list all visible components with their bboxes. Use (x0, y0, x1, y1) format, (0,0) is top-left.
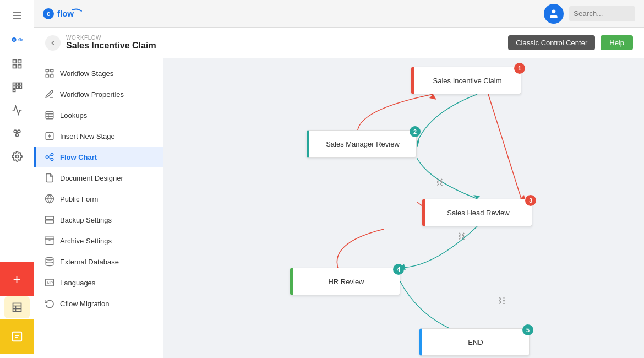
svg-rect-6 (13, 60, 16, 63)
insert-icon (45, 131, 54, 141)
svg-point-61 (46, 258, 53, 261)
search-input[interactable] (569, 6, 635, 21)
db-icon (45, 257, 54, 267)
node-sales-head-review-badge: 3 (525, 195, 536, 206)
sidebar-item-flow-chart[interactable]: Flow Chart (34, 147, 163, 167)
sidebar-item-archive-settings[interactable]: Archive Settings (34, 230, 163, 251)
svg-point-34 (552, 9, 556, 13)
sidebar-item-flow-chart-label: Flow Chart (60, 153, 97, 161)
node-sales-head-review-label: Sales Head Review (447, 209, 509, 217)
hamburger-button[interactable] (4, 4, 30, 26)
svg-rect-37 (46, 75, 48, 77)
add-button[interactable]: + (0, 262, 34, 296)
sidebar-item-workflow-stages-label: Workflow Stages (60, 69, 113, 78)
svg-line-51 (48, 155, 51, 157)
node-sales-manager-review-label: Sales Manager Review (326, 140, 400, 148)
sidebar-item-external-database-label: External Database (60, 258, 119, 266)
node-end-label: END (468, 338, 483, 346)
stages-icon (45, 68, 54, 78)
svg-rect-28 (12, 332, 21, 341)
lang-icon: AIR (45, 278, 54, 288)
workflow-header: WORKFLOW Sales Incentive Claim Classic C… (34, 28, 644, 58)
sidebar-item-backup-settings[interactable]: Backup Settings (34, 209, 163, 230)
svg-rect-10 (13, 83, 15, 85)
sidebar-item-lookups-label: Lookups (60, 111, 87, 120)
svg-rect-13 (13, 86, 15, 88)
sidebar: Workflow Stages Workflow Properties Look… (34, 58, 163, 358)
sidebar-item-public-form[interactable]: Public Form (34, 188, 163, 209)
analytics-icon-btn[interactable] (4, 122, 30, 144)
node-sales-incentive-claim[interactable]: Sales Incentive Claim 1 (411, 67, 521, 94)
svg-text:c: c (13, 38, 15, 41)
svg-rect-55 (46, 216, 54, 219)
node-sales-manager-review[interactable]: Sales Manager Review 2 (307, 130, 417, 158)
icon-bar-top: c flow (2, 0, 32, 262)
node-sales-manager-review-badge: 2 (410, 126, 421, 137)
node-sales-incentive-claim-badge: 1 (514, 63, 525, 74)
node-sales-head-review[interactable]: Sales Head Review 3 (422, 199, 532, 226)
sidebar-item-languages-label: Languages (60, 279, 95, 287)
sidebar-item-languages[interactable]: AIR Languages (34, 272, 163, 293)
sidebar-item-workflow-stages[interactable]: Workflow Stages (34, 63, 163, 84)
flow-chart-connections: ⛓ ⛓ ⛓ ⛓ (163, 58, 644, 358)
svg-rect-7 (18, 60, 21, 63)
help-button[interactable]: Help (601, 35, 633, 50)
sidebar-item-insert-new-stage[interactable]: Insert New Stage (34, 126, 163, 147)
flow-chart-canvas[interactable]: ⛓ ⛓ ⛓ ⛓ (163, 58, 644, 358)
migration-icon (45, 299, 54, 308)
sidebar-item-cflow-migration[interactable]: Cflow Migration (34, 293, 163, 314)
properties-icon (45, 89, 54, 99)
top-bar-right (544, 4, 635, 24)
svg-rect-24 (13, 303, 21, 312)
user-avatar[interactable] (544, 4, 564, 24)
grid-icon-btn[interactable] (4, 76, 30, 98)
dashboard-icon-btn[interactable] (4, 53, 30, 75)
sidebar-item-cflow-migration-label: Cflow Migration (60, 300, 110, 308)
svg-text:⛓: ⛓ (436, 178, 444, 187)
settings-icon-btn[interactable] (4, 145, 30, 167)
node-hr-review[interactable]: HR Review 4 (290, 268, 400, 295)
node-end-badge: 5 (522, 324, 533, 335)
workflow-title-block: WORKFLOW Sales Incentive Claim (66, 35, 156, 51)
svg-rect-8 (13, 65, 16, 68)
table-icon-btn[interactable] (4, 296, 30, 318)
svg-text:flow: flow (57, 9, 74, 18)
backup-icon (45, 215, 54, 225)
svg-point-48 (46, 156, 48, 159)
sidebar-item-workflow-properties-label: Workflow Properties (60, 90, 124, 99)
node-end[interactable]: END 5 (419, 328, 530, 356)
svg-rect-59 (45, 237, 54, 239)
archive-icon (45, 236, 54, 246)
lower-area: Workflow Stages Workflow Properties Look… (34, 58, 644, 358)
cflow-logo: c flow (43, 7, 87, 20)
workflow-label: WORKFLOW (66, 35, 156, 41)
chart-icon-btn[interactable] (4, 99, 30, 121)
node-hr-review-badge: 4 (393, 264, 404, 275)
sidebar-item-document-designer[interactable]: Document Designer (34, 167, 163, 188)
back-button[interactable] (45, 35, 61, 51)
doc-icon (45, 173, 54, 183)
form-icon (45, 194, 54, 204)
reports-icon-btn[interactable] (0, 319, 34, 354)
svg-rect-41 (46, 111, 53, 119)
workflow-header-left: WORKFLOW Sales Incentive Claim (45, 35, 156, 51)
svg-rect-12 (19, 83, 21, 85)
top-bar-left: c flow (43, 7, 87, 20)
workflow-header-right: Classic Control Center Help (508, 35, 633, 50)
lookups-icon (45, 110, 54, 120)
svg-text:c: c (47, 10, 51, 18)
svg-point-49 (51, 153, 53, 156)
svg-point-50 (51, 158, 53, 161)
sidebar-item-lookups[interactable]: Lookups (34, 105, 163, 126)
classic-control-center-button[interactable]: Classic Control Center (508, 35, 595, 50)
svg-line-52 (48, 157, 51, 159)
node-sales-incentive-claim-label: Sales Incentive Claim (433, 77, 502, 85)
svg-rect-56 (46, 220, 54, 223)
sidebar-item-external-database[interactable]: External Database (34, 251, 163, 272)
logo[interactable]: c flow (2, 28, 32, 52)
svg-marker-67 (473, 195, 480, 199)
sidebar-item-public-form-label: Public Form (60, 195, 98, 203)
flowchart-icon (45, 152, 54, 162)
sidebar-item-workflow-properties[interactable]: Workflow Properties (34, 84, 163, 105)
svg-text:⛓: ⛓ (498, 296, 506, 305)
